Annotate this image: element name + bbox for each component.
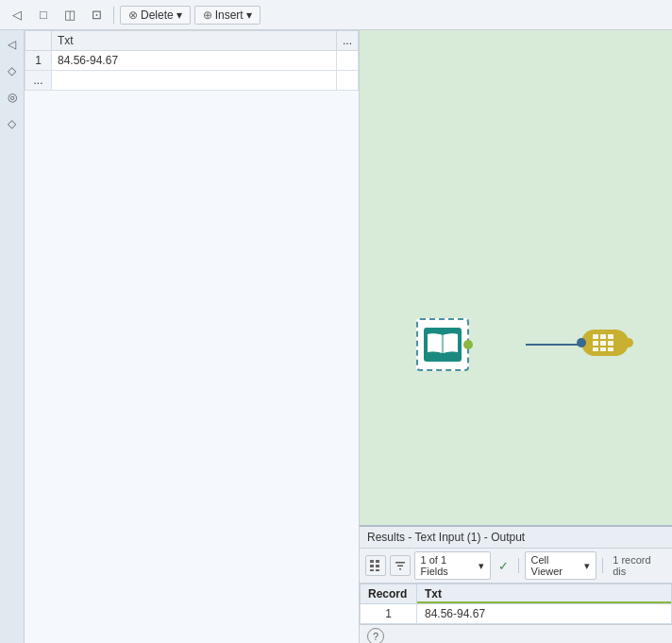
row-txt-1[interactable]: 84.56-94.67 (52, 51, 337, 71)
main-layout: ◁ ◇ ◎ ◇ Txt ... 1 84.56-94.67 ... (0, 30, 672, 643)
svg-rect-5 (593, 341, 598, 346)
col-header-txt: Txt (52, 31, 337, 51)
browse-grid-icon (592, 333, 618, 352)
results-footer: ? (360, 624, 672, 643)
insert-label: Insert (215, 8, 244, 22)
col-header-rownum (25, 31, 52, 51)
sidebar-icon-1[interactable]: ◁ (2, 34, 23, 55)
result-record-1: 1 (361, 604, 417, 624)
help-icon[interactable]: ? (367, 628, 384, 643)
toolbar-copy-btn[interactable]: ◫ (59, 4, 81, 26)
insert-button[interactable]: ⊕ Insert ▾ (194, 6, 260, 25)
toolbar-paste-btn[interactable]: ⊡ (85, 4, 108, 26)
record-col-label: Record (368, 587, 407, 601)
results-toolbar: 1 of 1 Fields ▾ ✓ Cell Viewer ▾ 1 record… (360, 549, 672, 584)
results-grid-icon-btn[interactable] (365, 555, 386, 576)
insert-icon: ⊕ (203, 8, 212, 22)
row-txt-ellipsis (52, 71, 337, 91)
sidebar-icon-2[interactable]: ◇ (2, 60, 23, 81)
svg-rect-11 (370, 560, 374, 563)
sidebar-icon-4[interactable]: ◇ (2, 113, 23, 134)
col-header-txt-result: Txt (417, 584, 672, 604)
results-check[interactable]: ✓ (495, 559, 512, 573)
toolbar-divider-1 (113, 7, 114, 24)
svg-rect-14 (376, 565, 379, 567)
svg-rect-7 (608, 341, 613, 346)
row-ellipsis-2 (336, 71, 358, 91)
left-panel: Txt ... 1 84.56-94.67 ... (25, 30, 360, 643)
node-text-input[interactable] (416, 318, 469, 371)
data-table: Txt ... 1 84.56-94.67 ... (25, 30, 359, 91)
svg-rect-18 (397, 566, 403, 567)
results-sep-1 (518, 558, 519, 573)
workflow-area: Results - Text Input (1) - Output (360, 30, 672, 643)
table-row: 1 84.56-94.67 (25, 51, 359, 71)
insert-chevron-icon: ▾ (246, 8, 252, 22)
results-title: Results - Text Input (1) - Output (367, 531, 525, 544)
row-num-ellipsis: ... (25, 71, 52, 91)
svg-rect-4 (608, 334, 613, 339)
delete-icon: ⊗ (128, 8, 138, 22)
toolbar: ◁ □ ◫ ⊡ ⊗ Delete ▾ ⊕ Insert ▾ (0, 0, 672, 30)
canvas-panel[interactable]: Results - Text Input (1) - Output (360, 30, 672, 643)
result-txt-1: 84.56-94.67 (417, 604, 672, 624)
svg-rect-9 (600, 347, 606, 351)
svg-rect-6 (600, 341, 606, 346)
delete-chevron-icon: ▾ (176, 8, 182, 22)
svg-rect-3 (600, 334, 606, 339)
results-info: 1 record dis (613, 554, 666, 577)
node-browse-input-dot (577, 338, 586, 347)
result-row-1: 1 84.56-94.67 (361, 604, 672, 624)
toolbar-new-btn[interactable]: □ (32, 4, 55, 26)
svg-rect-13 (370, 565, 374, 567)
viewer-label: Cell Viewer (531, 554, 583, 577)
svg-rect-10 (608, 347, 613, 351)
svg-rect-12 (376, 560, 379, 563)
svg-rect-2 (593, 334, 598, 339)
col-header-record: Record (361, 584, 417, 604)
results-filter-icon-btn[interactable] (390, 555, 411, 576)
row-num-1: 1 (25, 51, 52, 71)
fields-dropdown[interactable]: 1 of 1 Fields ▾ (414, 551, 491, 580)
sidebar-icon-3[interactable]: ◎ (2, 87, 23, 108)
svg-rect-15 (370, 569, 374, 571)
svg-rect-16 (376, 569, 379, 571)
grid-icon (369, 559, 382, 572)
txt-col-label: Txt (425, 587, 442, 601)
delete-button[interactable]: ⊗ Delete ▾ (120, 6, 191, 25)
filter-icon (394, 559, 407, 572)
viewer-chevron-icon: ▾ (584, 560, 590, 572)
svg-rect-17 (395, 562, 405, 564)
results-sep-2 (602, 558, 603, 573)
fields-chevron-icon: ▾ (479, 560, 484, 572)
results-table: Record Txt 1 84.56-94.67 (360, 584, 672, 624)
toolbar-back-btn[interactable]: ◁ (6, 4, 28, 26)
sidebar-icons: ◁ ◇ ◎ ◇ (0, 30, 25, 643)
node-browse-output-dot (624, 338, 633, 347)
results-panel: Results - Text Input (1) - Output (360, 525, 672, 643)
node-browse[interactable] (581, 330, 629, 356)
connector-line (526, 344, 582, 346)
viewer-dropdown[interactable]: Cell Viewer ▾ (525, 551, 597, 580)
table-row-ellipsis: ... (25, 71, 359, 91)
row-ellipsis-1 (336, 51, 358, 71)
book-svg (427, 331, 459, 358)
fields-label: 1 of 1 Fields (421, 554, 477, 577)
svg-rect-8 (593, 347, 598, 351)
node-output-dot (463, 340, 473, 349)
svg-rect-19 (399, 568, 401, 570)
results-header: Results - Text Input (1) - Output (360, 527, 672, 549)
col-header-ellipsis[interactable]: ... (336, 31, 358, 51)
delete-label: Delete (141, 8, 174, 22)
text-input-icon (424, 328, 462, 362)
